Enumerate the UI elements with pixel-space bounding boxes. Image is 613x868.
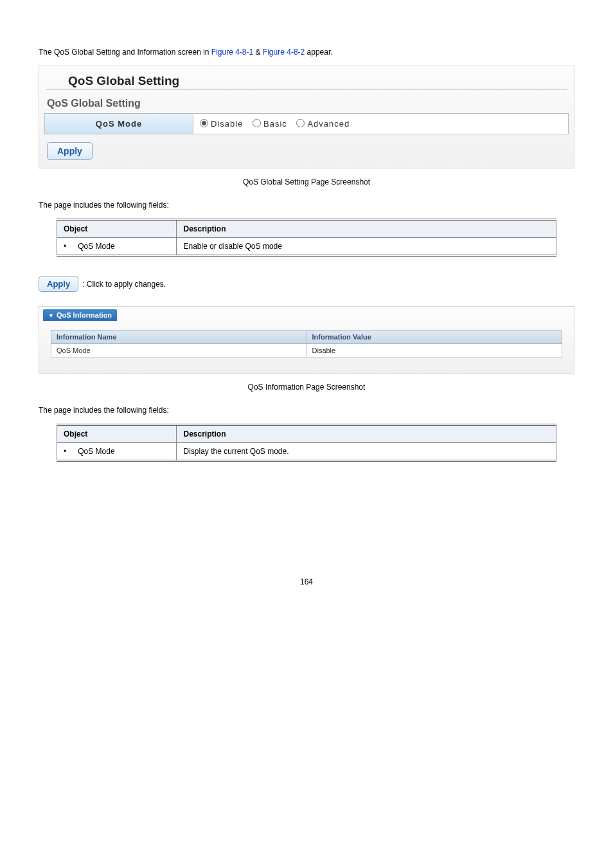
table1-head-description: Description	[177, 220, 556, 238]
fields-intro-2: The page includes the following fields:	[39, 404, 574, 416]
info-value-header: Information Value	[306, 330, 562, 344]
qos-mode-row: QoS Mode Disable Basic Advanced	[44, 113, 569, 134]
apply-inline-text: : Click to apply changes.	[82, 280, 166, 289]
apply-button[interactable]: Apply	[47, 142, 93, 160]
radio-advanced[interactable]	[296, 119, 305, 127]
info-row-value: Disable	[306, 344, 562, 357]
table2-head-object: Object	[57, 425, 177, 443]
info-row-name: QoS Mode	[51, 344, 307, 357]
apply-inline-row: Apply : Click to apply changes.	[39, 276, 574, 292]
fields-intro-1: The page includes the following fields:	[39, 199, 574, 211]
table2-obj-qos-mode: QoS Mode	[57, 443, 177, 461]
apply-button-inline[interactable]: Apply	[39, 276, 78, 292]
link-figure-4-8-1[interactable]: Figure 4-8-1	[211, 48, 253, 57]
radio-disable-label: Disable	[211, 119, 243, 129]
caption-screenshot-1: QoS Global Setting Page Screenshot	[39, 177, 574, 186]
radio-basic-label: Basic	[263, 119, 287, 129]
page-number: 164	[39, 577, 574, 586]
screenshot-subtitle: QoS Global Setting	[44, 93, 569, 113]
screenshot-qos-global-setting: QoS Global Setting QoS Global Setting Qo…	[39, 66, 574, 168]
caption-screenshot-2: QoS Information Page Screenshot	[39, 383, 574, 392]
caret-down-icon: ▼	[48, 312, 54, 319]
screenshot-title: QoS Global Setting	[46, 66, 567, 90]
radio-advanced-label: Advanced	[307, 119, 350, 129]
link-figure-4-8-2[interactable]: Figure 4-8-2	[263, 48, 305, 57]
info-name-header: Information Name	[51, 330, 307, 344]
fields-table-2: Object Description QoS Mode Display the …	[57, 424, 556, 462]
table1-obj-qos-mode: QoS Mode	[57, 238, 177, 256]
qos-mode-label: QoS Mode	[45, 114, 193, 134]
table2-head-description: Description	[177, 425, 556, 443]
radio-disable[interactable]	[200, 119, 208, 127]
table1-head-object: Object	[57, 220, 177, 238]
screenshot-qos-information: ▼QoS Information Information Name Inform…	[39, 306, 574, 374]
table2-desc-qos-mode: Display the current QoS mode.	[177, 443, 556, 461]
qos-info-bar[interactable]: ▼QoS Information	[43, 309, 117, 321]
intro-paragraph: The QoS Global Setting and Information s…	[39, 46, 574, 58]
radio-basic[interactable]	[253, 119, 261, 127]
qos-info-table: Information Name Information Value QoS M…	[51, 330, 562, 357]
qos-mode-options: Disable Basic Advanced	[193, 114, 568, 134]
table1-desc-qos-mode: Enable or disable QoS mode	[177, 238, 556, 256]
fields-table-1: Object Description QoS Mode Enable or di…	[57, 219, 556, 257]
